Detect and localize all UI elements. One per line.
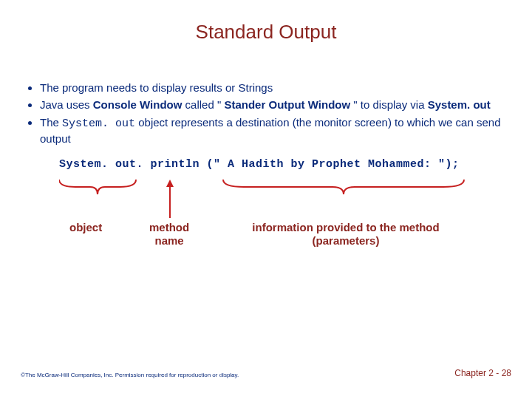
text: The [40,116,62,129]
slide-title: Standard Output [0,21,532,44]
annotation-label-method: method name [149,221,189,248]
bullet-list: The program needs to display results or … [21,81,511,146]
bullet-item: The System. out object represents a dest… [40,115,511,147]
text: Java uses [40,98,93,111]
annotation-label-parameters: information provided to the method (para… [235,221,457,248]
text-bold: System. out [428,98,491,111]
bullet-item: The program needs to display results or … [40,81,511,95]
text-bold: Console Window [93,98,183,111]
page-number: Chapter 2 - 28 [454,368,511,378]
text-mono: System. out [62,117,135,130]
annotation-label-object: object [69,221,102,234]
text-bold: Stander Output Window [224,98,350,111]
code-sample: System. out. println (" A Hadith by Prop… [59,158,532,171]
text: called " [182,98,224,111]
text: " to display via [350,98,428,111]
copyright-text: ©The McGraw-Hill Companies, Inc. Permiss… [21,372,239,378]
bullet-item: Java uses Console Window called " Stande… [40,98,511,112]
slide-footer: ©The McGraw-Hill Companies, Inc. Permiss… [21,368,511,378]
annotation-diagram: object method name information provided … [59,175,532,271]
svg-marker-1 [166,180,174,187]
